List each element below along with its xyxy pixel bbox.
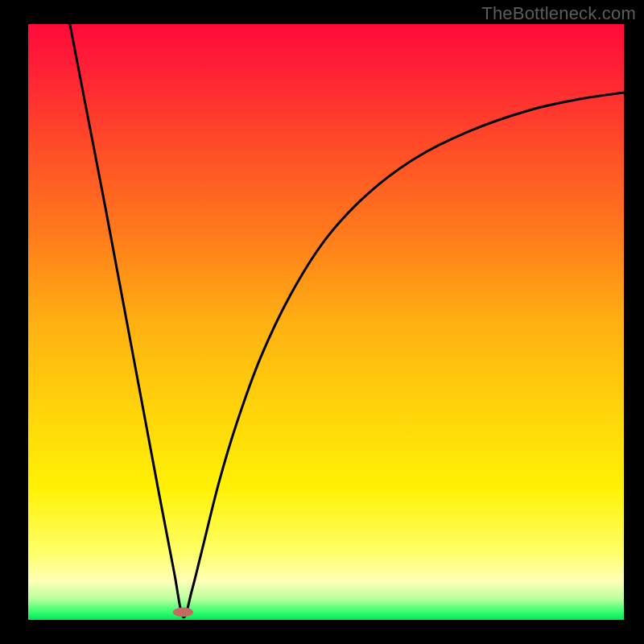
notch-marker [173, 607, 193, 617]
chart-frame: TheBottleneck.com [0, 0, 644, 644]
watermark-text: TheBottleneck.com [481, 3, 636, 24]
plot-background-gradient [28, 24, 624, 620]
chart-canvas [0, 0, 644, 644]
